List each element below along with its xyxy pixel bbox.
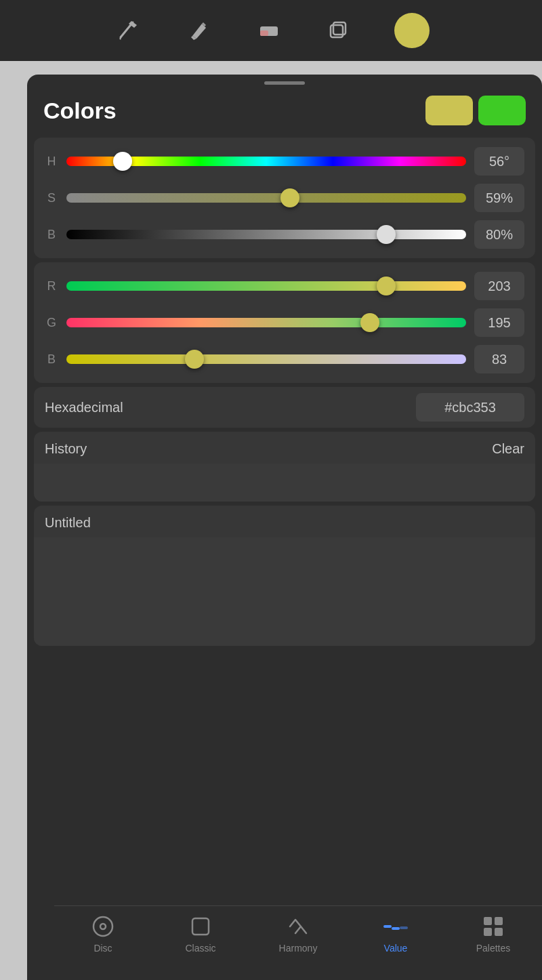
brightness-label: B	[45, 228, 58, 242]
brightness-slider-container[interactable]	[66, 222, 466, 247]
hex-value[interactable]: #cbc353	[416, 393, 524, 422]
svg-rect-2	[333, 22, 346, 35]
brightness-thumb[interactable]	[377, 225, 396, 244]
nav-item-classic[interactable]: Classic	[152, 914, 249, 954]
saturation-slider-container[interactable]	[66, 186, 466, 210]
nav-item-palettes[interactable]: Palettes	[444, 914, 542, 954]
blue-thumb[interactable]	[185, 350, 204, 369]
blue-label: B	[45, 352, 58, 367]
history-section: History Clear	[34, 432, 535, 502]
history-label: History	[45, 441, 87, 457]
hue-label: H	[45, 155, 58, 169]
nav-item-harmony[interactable]: Harmony	[249, 914, 347, 954]
red-label: R	[45, 279, 58, 293]
hsb-sliders: H 56° S 59% B	[34, 138, 535, 258]
swatch-primary[interactable]	[425, 96, 473, 125]
red-value[interactable]: 203	[474, 272, 524, 300]
blue-track[interactable]	[66, 354, 466, 364]
bottom-nav: Disc Classic Harmony	[54, 905, 542, 980]
color-swatches	[425, 96, 526, 125]
red-track[interactable]	[66, 281, 466, 291]
hue-row: H 56°	[34, 143, 535, 180]
svg-rect-10	[495, 928, 503, 936]
saturation-value[interactable]: 59%	[474, 184, 524, 212]
green-label: G	[45, 316, 58, 330]
nav-label-harmony: Harmony	[279, 943, 318, 954]
color-panel: Colors H 56° S	[27, 75, 542, 980]
nav-item-value[interactable]: Value	[347, 914, 444, 954]
hue-value[interactable]: 56°	[474, 147, 524, 176]
hue-thumb[interactable]	[113, 152, 132, 171]
svg-rect-7	[484, 917, 492, 925]
palette-section: Untitled	[34, 506, 535, 646]
hue-track[interactable]	[66, 157, 466, 166]
nav-label-classic: Classic	[185, 943, 215, 954]
blue-slider-container[interactable]	[66, 347, 466, 371]
nav-label-value: Value	[384, 943, 408, 954]
brightness-row: B 80%	[34, 216, 535, 253]
svg-point-5	[100, 924, 106, 929]
green-row: G 195	[34, 304, 535, 341]
palette-header: Untitled	[34, 506, 535, 537]
red-slider-container[interactable]	[66, 274, 466, 298]
hue-slider-container[interactable]	[66, 149, 466, 173]
svg-rect-1	[260, 30, 268, 36]
panel-title: Colors	[43, 98, 117, 124]
svg-point-4	[93, 917, 112, 936]
red-row: R 203	[34, 268, 535, 304]
rgb-sliders: R 203 G 195 B	[34, 262, 535, 383]
green-thumb[interactable]	[360, 313, 379, 332]
green-value[interactable]: 195	[474, 308, 524, 337]
pen-icon[interactable]	[183, 16, 213, 45]
palettes-icon	[481, 914, 505, 939]
saturation-row: S 59%	[34, 180, 535, 216]
saturation-thumb[interactable]	[280, 188, 299, 207]
green-track[interactable]	[66, 318, 466, 327]
toolbar	[0, 0, 542, 61]
value-active-indicator	[383, 925, 392, 928]
history-content	[34, 464, 535, 502]
hex-section: Hexadecimal #cbc353	[34, 387, 535, 428]
paintbrush-icon[interactable]	[112, 16, 142, 45]
svg-rect-8	[495, 917, 503, 925]
palette-content	[34, 537, 535, 646]
saturation-label: S	[45, 191, 58, 205]
hex-label: Hexadecimal	[45, 400, 123, 415]
blue-value[interactable]: 83	[474, 345, 524, 373]
value-icon	[383, 914, 408, 939]
nav-item-disc[interactable]: Disc	[54, 914, 152, 954]
red-thumb[interactable]	[377, 277, 396, 295]
layers-icon[interactable]	[324, 16, 354, 45]
green-slider-container[interactable]	[66, 310, 466, 335]
clear-button[interactable]: Clear	[492, 441, 524, 457]
panel-header: Colors	[27, 85, 542, 134]
saturation-track[interactable]	[66, 193, 466, 203]
palette-label: Untitled	[45, 515, 91, 530]
eraser-icon[interactable]	[253, 16, 283, 45]
panel-scroll: H 56° S 59% B	[27, 134, 542, 954]
swatch-secondary[interactable]	[478, 96, 526, 125]
disc-icon	[91, 914, 115, 939]
svg-rect-9	[484, 928, 492, 936]
classic-icon	[188, 914, 213, 939]
nav-label-disc: Disc	[93, 943, 112, 954]
brightness-track[interactable]	[66, 230, 466, 239]
harmony-icon	[286, 914, 310, 939]
history-header: History Clear	[34, 432, 535, 464]
nav-label-palettes: Palettes	[476, 943, 511, 954]
active-color-circle[interactable]	[394, 13, 430, 48]
svg-rect-3	[331, 25, 343, 37]
blue-row: B 83	[34, 341, 535, 377]
brightness-value[interactable]: 80%	[474, 220, 524, 249]
svg-rect-6	[192, 918, 209, 935]
